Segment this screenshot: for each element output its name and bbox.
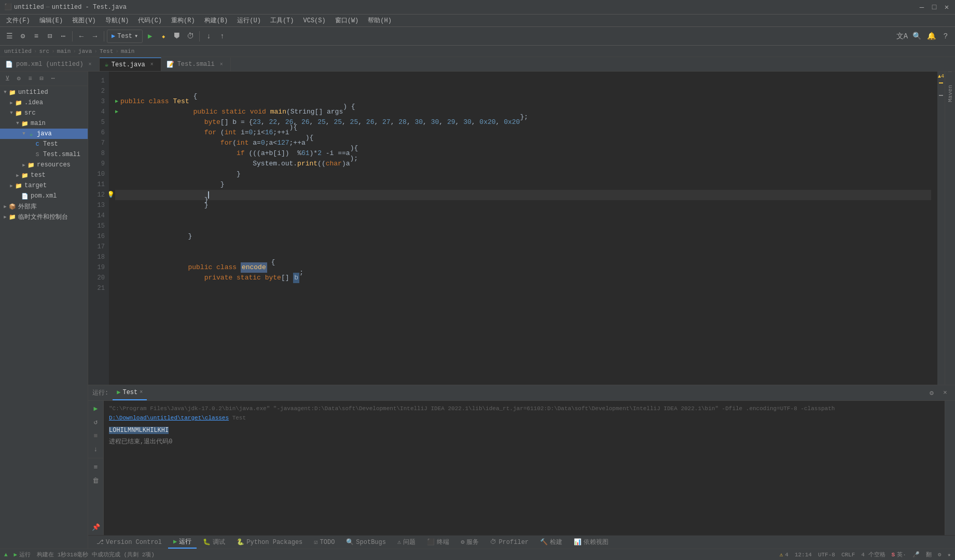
bottom-tab-services[interactable]: ⚙ 服务 [455,536,484,549]
tree-item-target[interactable]: ▶ 📁 target [0,180,88,191]
run-close-btn[interactable]: × [939,387,951,399]
classpath-link[interactable]: D:\Download\untitled\target\classes [109,415,229,421]
menu-help[interactable]: 帮助(H) [364,15,396,26]
run-btn-scroll[interactable]: ↓ [90,443,102,455]
toolbar-back-btn[interactable]: ← [75,30,88,43]
menu-vcs[interactable]: VCS(S) [299,16,329,25]
tree-item-src[interactable]: ▼ 📁 src [0,108,88,118]
toolbar-project-btn[interactable]: ☰ [3,30,16,43]
bottom-tab-debug[interactable]: 🐛 调试 [198,536,230,549]
bottom-tab-terminal[interactable]: ⬛ 终端 [422,536,454,549]
bottom-tab-build[interactable]: 🔨 检建 [535,536,568,549]
breadcrumb-item-6[interactable]: main [121,48,134,54]
help-btn[interactable]: ? [939,30,952,43]
run-btn-play[interactable]: ▶ [90,403,102,414]
tree-item-scratch[interactable]: ▶ 📁 临时文件和控制台 [0,212,88,222]
maximize-button[interactable]: □ [930,3,938,11]
menu-view[interactable]: 视图(V) [68,15,100,26]
tree-item-untitled[interactable]: ▼ 📁 untitled [0,87,88,97]
bottom-tab-python-packages[interactable]: 🐍 Python Packages [231,536,308,549]
translate-btn[interactable]: 文A [896,30,908,43]
breadcrumb-item-1[interactable]: untitled [4,48,32,54]
minimize-button[interactable]: — [918,3,926,11]
status-position[interactable]: 12:14 [795,552,812,558]
run-btn-rerun[interactable]: ↺ [90,416,102,428]
tab-pom-xml-close[interactable]: × [87,61,94,68]
run-config-selector[interactable]: ▶ Test ▾ [107,30,143,43]
toolbar-forward-btn[interactable]: → [89,30,101,43]
notifications-btn[interactable]: 🔔 [925,30,937,43]
bottom-tab-problems[interactable]: ⚠ 问题 [392,536,421,549]
side-panel-tab-maven[interactable]: Maven [946,82,955,105]
tab-test-smali-close[interactable]: × [218,61,225,68]
menu-build[interactable]: 构建(B) [200,15,232,26]
tree-item-test-class[interactable]: ▶ C Test [0,139,88,149]
status-mic[interactable]: 🎤 [912,551,920,558]
menu-window[interactable]: 窗口(W) [331,15,363,26]
menu-code[interactable]: 代码(C) [134,15,166,26]
toolbar-git-push[interactable]: ↑ [216,30,228,43]
toolbar-settings-btn[interactable]: ⚙ [17,30,29,43]
menu-run[interactable]: 运行(U) [233,15,265,26]
status-line-sep[interactable]: CRLF [841,552,855,558]
run-btn-stop[interactable]: ■ [90,430,102,441]
bottom-tab-version-control[interactable]: ⎇ Version Control [91,536,167,549]
run-settings-btn[interactable]: ⚙ [926,387,937,399]
side-panel-tab-structure[interactable]: 结构 [945,74,955,80]
toolbar-structure-btn[interactable]: ≡ [30,30,43,43]
toolbar-split-btn[interactable]: ⊟ [44,30,56,43]
editor[interactable]: 12345 678910 1112131415 1617181920 21 ▶ … [88,72,945,385]
status-warnings[interactable]: ⚠ 4 [780,551,788,558]
breadcrumb-item-4[interactable]: java [78,48,92,54]
breadcrumb-item-3[interactable]: main [57,48,71,54]
profile-button[interactable]: ⏱ [184,30,197,43]
tab-test-java-close[interactable]: × [148,61,156,68]
tree-item-test-smali[interactable]: ▶ S Test.smali [0,149,88,160]
run-btn-pin[interactable]: 📌 [90,522,102,533]
breadcrumb-item-5[interactable]: Test [100,48,113,54]
tree-item-resources[interactable]: ▶ 📁 resources [0,160,88,170]
debug-button[interactable]: ⬥ [157,30,170,43]
close-button[interactable]: ✕ [943,3,951,11]
bottom-tab-dependencies[interactable]: 📊 依赖视图 [569,536,614,549]
bottom-tab-profiler[interactable]: ⏱ Profiler [485,536,534,549]
menu-edit[interactable]: 编辑(E) [35,15,67,26]
menu-navigate[interactable]: 导航(N) [101,15,133,26]
tab-test-java[interactable]: ☕ Test.java × [100,58,161,71]
status-settings2[interactable]: ⚙ [938,551,942,558]
status-stars[interactable]: ★ [947,551,951,558]
tree-item-external-libs[interactable]: ▶ 📦 外部库 [0,201,88,212]
sidebar-gear-btn[interactable]: ≡ [25,74,35,84]
status-run[interactable]: ▶ 运行 [14,551,31,558]
tab-pom-xml[interactable]: 📄 pom.xml (untitled) × [0,58,100,71]
status-s-icon[interactable]: S 英· [892,551,906,558]
tab-test-smali[interactable]: 📝 Test.smali × [161,58,231,71]
bottom-tab-todo[interactable]: ☑ TODO [309,536,340,549]
search-btn[interactable]: 🔍 [910,30,923,43]
toolbar-git-update[interactable]: ↓ [202,30,215,43]
coverage-button[interactable]: ⛊ [171,30,183,43]
run-btn-clear[interactable]: 🗑 [90,475,102,486]
sidebar-menu-btn[interactable]: ⋯ [48,74,58,84]
run-btn-filter[interactable]: ≡ [90,461,102,473]
bottom-tab-run[interactable]: ▶ 运行 [168,536,197,549]
tree-item-pom-xml[interactable]: ▶ 📄 pom.xml [0,191,88,201]
menu-refactor[interactable]: 重构(R) [167,15,199,26]
status-git[interactable]: ▲ [4,552,8,558]
menu-tools[interactable]: 工具(T) [266,15,298,26]
tree-item-idea[interactable]: ▶ 📁 .idea [0,97,88,108]
sidebar-settings-btn[interactable]: ⚙ [13,74,24,84]
run-panel-tab-test[interactable]: ▶ Test × [113,385,147,400]
run-button[interactable]: ▶ [144,30,156,43]
tree-item-main[interactable]: ▼ 📁 main [0,118,88,129]
menu-file[interactable]: 文件(F) [2,15,34,26]
tree-item-java[interactable]: ▼ ☕ java [0,129,88,139]
run-tab-close[interactable]: × [140,389,143,395]
status-encoding[interactable]: UTF-8 [818,552,835,558]
toolbar-more-btn[interactable]: ⋯ [57,30,70,43]
tree-item-test-dir[interactable]: ▶ 📁 test [0,170,88,180]
breadcrumb-item-2[interactable]: src [39,48,49,54]
sidebar-close-btn[interactable]: ⊟ [36,74,47,84]
code-content[interactable]: ▶ public class Test { ▶ public static vo… [109,72,937,385]
status-spaces[interactable]: 4 个空格 [861,551,885,558]
